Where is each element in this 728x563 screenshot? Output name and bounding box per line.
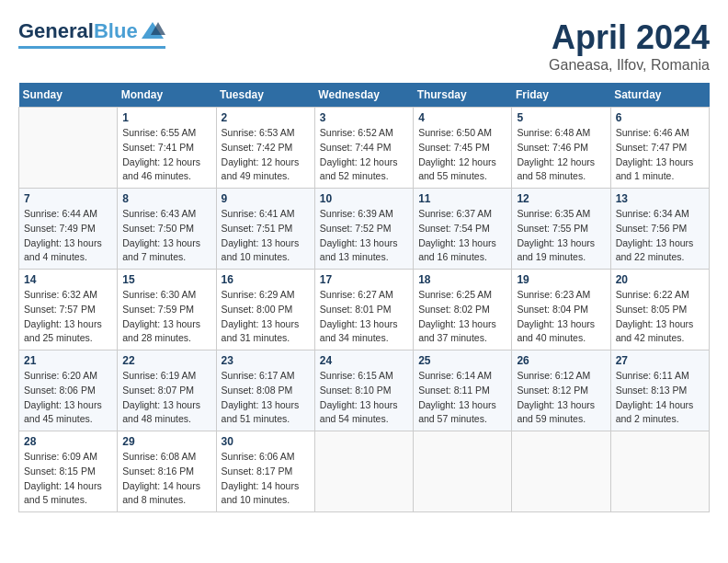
day-number: 9: [222, 192, 310, 205]
logo-icon: [140, 18, 165, 44]
calendar-cell: 2Sunrise: 6:53 AM Sunset: 7:42 PM Daylig…: [216, 108, 314, 189]
calendar-cell: 1Sunrise: 6:55 AM Sunset: 7:41 PM Daylig…: [118, 108, 216, 189]
calendar-cell: 27Sunrise: 6:11 AM Sunset: 8:13 PM Dayli…: [610, 350, 709, 431]
calendar-cell: 20Sunrise: 6:22 AM Sunset: 8:05 PM Dayli…: [610, 270, 709, 350]
day-info: Sunrise: 6:20 AM Sunset: 8:06 PM Dayligh…: [24, 369, 112, 427]
day-number: 22: [122, 354, 210, 367]
day-number: 3: [320, 111, 408, 124]
day-number: 2: [222, 111, 310, 124]
day-number: 27: [616, 354, 704, 367]
day-info: Sunrise: 6:11 AM Sunset: 8:13 PM Dayligh…: [616, 369, 704, 427]
calendar-cell: 18Sunrise: 6:25 AM Sunset: 8:02 PM Dayli…: [414, 270, 512, 350]
day-info: Sunrise: 6:55 AM Sunset: 7:41 PM Dayligh…: [122, 126, 210, 184]
logo-blue: Blue: [94, 19, 138, 43]
day-info: Sunrise: 6:19 AM Sunset: 8:07 PM Dayligh…: [122, 369, 210, 427]
calendar-cell: [512, 431, 610, 512]
day-info: Sunrise: 6:41 AM Sunset: 7:51 PM Dayligh…: [222, 207, 310, 265]
calendar-cell: [414, 431, 512, 512]
calendar-cell: 30Sunrise: 6:06 AM Sunset: 8:17 PM Dayli…: [216, 431, 314, 512]
logo: General Blue: [18, 18, 165, 49]
week-row-1: 1Sunrise: 6:55 AM Sunset: 7:41 PM Daylig…: [19, 108, 710, 189]
calendar-cell: [19, 108, 118, 189]
day-info: Sunrise: 6:27 AM Sunset: 8:01 PM Dayligh…: [320, 288, 408, 346]
calendar-table: SundayMondayTuesdayWednesdayThursdayFrid…: [18, 83, 710, 512]
logo-underline: [18, 46, 165, 49]
calendar-cell: 15Sunrise: 6:30 AM Sunset: 7:59 PM Dayli…: [118, 270, 216, 350]
day-info: Sunrise: 6:23 AM Sunset: 8:04 PM Dayligh…: [517, 288, 605, 346]
day-number: 26: [517, 354, 605, 367]
calendar-cell: 3Sunrise: 6:52 AM Sunset: 7:44 PM Daylig…: [314, 108, 413, 189]
week-row-2: 7Sunrise: 6:44 AM Sunset: 7:49 PM Daylig…: [19, 189, 710, 270]
day-info: Sunrise: 6:12 AM Sunset: 8:12 PM Dayligh…: [517, 369, 605, 427]
calendar-cell: 7Sunrise: 6:44 AM Sunset: 7:49 PM Daylig…: [19, 189, 118, 270]
day-info: Sunrise: 6:15 AM Sunset: 8:10 PM Dayligh…: [320, 369, 408, 427]
day-number: 10: [320, 192, 408, 205]
week-row-4: 21Sunrise: 6:20 AM Sunset: 8:06 PM Dayli…: [19, 350, 710, 431]
day-header-tuesday: Tuesday: [216, 83, 314, 108]
calendar-cell: [610, 431, 709, 512]
day-number: 6: [616, 111, 704, 124]
day-header-friday: Friday: [512, 83, 610, 108]
calendar-cell: 6Sunrise: 6:46 AM Sunset: 7:47 PM Daylig…: [610, 108, 709, 189]
day-number: 11: [418, 192, 506, 205]
calendar-cell: 12Sunrise: 6:35 AM Sunset: 7:55 PM Dayli…: [512, 189, 610, 270]
week-row-5: 28Sunrise: 6:09 AM Sunset: 8:15 PM Dayli…: [19, 431, 710, 512]
calendar-cell: 9Sunrise: 6:41 AM Sunset: 7:51 PM Daylig…: [216, 189, 314, 270]
day-info: Sunrise: 6:52 AM Sunset: 7:44 PM Dayligh…: [320, 126, 408, 184]
week-row-3: 14Sunrise: 6:32 AM Sunset: 7:57 PM Dayli…: [19, 270, 710, 350]
day-header-wednesday: Wednesday: [314, 83, 413, 108]
logo-general: General: [18, 19, 94, 43]
calendar-cell: 22Sunrise: 6:19 AM Sunset: 8:07 PM Dayli…: [118, 350, 216, 431]
day-info: Sunrise: 6:09 AM Sunset: 8:15 PM Dayligh…: [24, 450, 112, 508]
day-number: 15: [122, 273, 210, 286]
day-number: 29: [122, 435, 210, 448]
day-info: Sunrise: 6:25 AM Sunset: 8:02 PM Dayligh…: [418, 288, 506, 346]
day-number: 24: [320, 354, 408, 367]
day-number: 5: [517, 111, 605, 124]
day-number: 21: [24, 354, 112, 367]
calendar-cell: 28Sunrise: 6:09 AM Sunset: 8:15 PM Dayli…: [19, 431, 118, 512]
day-number: 17: [320, 273, 408, 286]
day-header-thursday: Thursday: [414, 83, 512, 108]
calendar-cell: 26Sunrise: 6:12 AM Sunset: 8:12 PM Dayli…: [512, 350, 610, 431]
calendar-cell: 11Sunrise: 6:37 AM Sunset: 7:54 PM Dayli…: [414, 189, 512, 270]
day-number: 19: [517, 273, 605, 286]
day-number: 12: [517, 192, 605, 205]
calendar-cell: 21Sunrise: 6:20 AM Sunset: 8:06 PM Dayli…: [19, 350, 118, 431]
day-number: 30: [222, 435, 310, 448]
day-number: 4: [418, 111, 506, 124]
day-number: 13: [616, 192, 704, 205]
calendar-cell: 25Sunrise: 6:14 AM Sunset: 8:11 PM Dayli…: [414, 350, 512, 431]
calendar-cell: 5Sunrise: 6:48 AM Sunset: 7:46 PM Daylig…: [512, 108, 610, 189]
day-number: 28: [24, 435, 112, 448]
day-info: Sunrise: 6:50 AM Sunset: 7:45 PM Dayligh…: [418, 126, 506, 184]
day-info: Sunrise: 6:39 AM Sunset: 7:52 PM Dayligh…: [320, 207, 408, 265]
calendar-cell: 10Sunrise: 6:39 AM Sunset: 7:52 PM Dayli…: [314, 189, 413, 270]
calendar-cell: [314, 431, 413, 512]
page-header: General Blue April 2024 Ganeasa, Ilfov, …: [18, 18, 710, 74]
calendar-cell: 17Sunrise: 6:27 AM Sunset: 8:01 PM Dayli…: [314, 270, 413, 350]
day-number: 8: [122, 192, 210, 205]
day-info: Sunrise: 6:46 AM Sunset: 7:47 PM Dayligh…: [616, 126, 704, 184]
day-number: 20: [616, 273, 704, 286]
day-number: 25: [418, 354, 506, 367]
day-info: Sunrise: 6:08 AM Sunset: 8:16 PM Dayligh…: [122, 450, 210, 508]
day-info: Sunrise: 6:37 AM Sunset: 7:54 PM Dayligh…: [418, 207, 506, 265]
day-info: Sunrise: 6:29 AM Sunset: 8:00 PM Dayligh…: [222, 288, 310, 346]
calendar-cell: 13Sunrise: 6:34 AM Sunset: 7:56 PM Dayli…: [610, 189, 709, 270]
day-info: Sunrise: 6:17 AM Sunset: 8:08 PM Dayligh…: [222, 369, 310, 427]
day-info: Sunrise: 6:14 AM Sunset: 8:11 PM Dayligh…: [418, 369, 506, 427]
calendar-cell: 24Sunrise: 6:15 AM Sunset: 8:10 PM Dayli…: [314, 350, 413, 431]
calendar-cell: 4Sunrise: 6:50 AM Sunset: 7:45 PM Daylig…: [414, 108, 512, 189]
day-header-sunday: Sunday: [19, 83, 118, 108]
day-number: 23: [222, 354, 310, 367]
day-info: Sunrise: 6:34 AM Sunset: 7:56 PM Dayligh…: [616, 207, 704, 265]
day-info: Sunrise: 6:48 AM Sunset: 7:46 PM Dayligh…: [517, 126, 605, 184]
month-title: April 2024: [549, 18, 710, 57]
day-header-monday: Monday: [118, 83, 216, 108]
day-number: 18: [418, 273, 506, 286]
calendar-cell: 16Sunrise: 6:29 AM Sunset: 8:00 PM Dayli…: [216, 270, 314, 350]
day-number: 7: [24, 192, 112, 205]
day-info: Sunrise: 6:35 AM Sunset: 7:55 PM Dayligh…: [517, 207, 605, 265]
day-header-saturday: Saturday: [610, 83, 709, 108]
